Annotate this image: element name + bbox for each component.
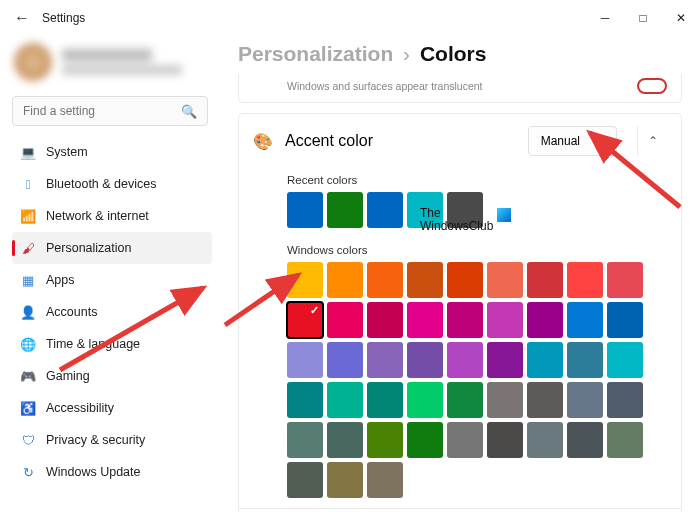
color-swatch[interactable] <box>487 342 523 378</box>
sidebar-item-label: Windows Update <box>46 465 141 479</box>
color-swatch[interactable] <box>527 302 563 338</box>
breadcrumb-parent[interactable]: Personalization <box>238 42 393 65</box>
color-swatch[interactable] <box>567 342 603 378</box>
sidebar-item-privacy[interactable]: 🛡Privacy & security <box>12 424 212 456</box>
color-swatch[interactable] <box>447 262 483 298</box>
color-swatch[interactable] <box>367 422 403 458</box>
window-title: Settings <box>42 11 85 25</box>
gaming-icon: 🎮 <box>20 368 36 384</box>
windows-colors-grid <box>239 262 679 508</box>
sidebar-item-time[interactable]: 🌐Time & language <box>12 328 212 360</box>
chevron-down-icon: ⌄ <box>596 136 604 147</box>
accent-mode-value: Manual <box>541 134 580 148</box>
sidebar-item-update[interactable]: ↻Windows Update <box>12 456 212 488</box>
sidebar-item-personalization[interactable]: 🖌Personalization <box>12 232 212 264</box>
color-swatch[interactable] <box>447 302 483 338</box>
globe-icon: 🌐 <box>20 336 36 352</box>
color-swatch[interactable] <box>487 302 523 338</box>
sidebar-item-accounts[interactable]: 👤Accounts <box>12 296 212 328</box>
color-swatch[interactable] <box>567 382 603 418</box>
chevron-up-icon: ⌃ <box>648 134 658 148</box>
color-swatch[interactable] <box>367 342 403 378</box>
color-swatch[interactable] <box>327 302 363 338</box>
transparency-card[interactable]: Windows and surfaces appear translucent <box>238 74 682 103</box>
color-swatch[interactable] <box>487 422 523 458</box>
minimize-button[interactable]: ─ <box>586 0 624 36</box>
sidebar-item-accessibility[interactable]: ♿Accessibility <box>12 392 212 424</box>
search-input[interactable] <box>23 104 163 118</box>
accent-mode-dropdown[interactable]: Manual ⌄ <box>528 126 617 156</box>
color-swatch[interactable] <box>447 342 483 378</box>
color-swatch[interactable] <box>287 262 323 298</box>
color-swatch[interactable] <box>607 342 643 378</box>
color-swatch[interactable] <box>607 262 643 298</box>
color-swatch[interactable] <box>367 192 403 228</box>
color-swatch[interactable] <box>527 382 563 418</box>
sidebar-item-network[interactable]: 📶Network & internet <box>12 200 212 232</box>
color-swatch[interactable] <box>287 192 323 228</box>
color-swatch[interactable] <box>367 262 403 298</box>
color-swatch[interactable] <box>487 382 523 418</box>
sidebar-item-label: Network & internet <box>46 209 149 223</box>
breadcrumb: Personalization › Colors <box>238 42 682 66</box>
color-swatch[interactable] <box>527 342 563 378</box>
sidebar-item-label: Gaming <box>46 369 90 383</box>
color-swatch[interactable] <box>447 422 483 458</box>
sidebar-item-label: Accessibility <box>46 401 114 415</box>
color-swatch[interactable] <box>327 192 363 228</box>
sidebar-item-label: Bluetooth & devices <box>46 177 157 191</box>
color-swatch[interactable] <box>287 342 323 378</box>
color-swatch[interactable] <box>407 302 443 338</box>
sidebar-item-label: Apps <box>46 273 75 287</box>
color-swatch[interactable] <box>567 262 603 298</box>
collapse-button[interactable]: ⌃ <box>637 126 667 156</box>
search-box[interactable]: 🔍 <box>12 96 208 126</box>
maximize-button[interactable]: □ <box>624 0 662 36</box>
color-swatch[interactable] <box>327 382 363 418</box>
color-swatch[interactable] <box>527 422 563 458</box>
sidebar-item-bluetooth[interactable]: Bluetooth & devices <box>12 168 212 200</box>
back-button[interactable]: ← <box>12 8 32 28</box>
sidebar-item-label: Time & language <box>46 337 140 351</box>
color-swatch[interactable] <box>327 262 363 298</box>
sidebar-item-gaming[interactable]: 🎮Gaming <box>12 360 212 392</box>
color-swatch[interactable] <box>527 262 563 298</box>
color-swatch[interactable] <box>327 422 363 458</box>
color-swatch[interactable] <box>367 462 403 498</box>
color-swatch[interactable] <box>567 302 603 338</box>
close-button[interactable]: ✕ <box>662 0 700 36</box>
color-swatch[interactable] <box>607 422 643 458</box>
color-swatch[interactable] <box>607 382 643 418</box>
sidebar-item-system[interactable]: 💻System <box>12 136 212 168</box>
accent-color-card: 🎨 Accent color Manual ⌄ ⌃ Recent colors … <box>238 113 682 512</box>
color-swatch[interactable] <box>447 382 483 418</box>
color-swatch[interactable] <box>487 262 523 298</box>
breadcrumb-current: Colors <box>420 42 487 65</box>
color-swatch[interactable] <box>407 342 443 378</box>
accent-color-label: Accent color <box>285 132 373 150</box>
apps-icon: ▦ <box>20 272 36 288</box>
brush-icon: 🖌 <box>20 240 36 256</box>
color-swatch[interactable] <box>607 302 643 338</box>
shield-icon: 🛡 <box>20 432 36 448</box>
sidebar-item-apps[interactable]: ▦Apps <box>12 264 212 296</box>
color-swatch[interactable] <box>327 462 363 498</box>
color-swatch[interactable] <box>367 302 403 338</box>
color-swatch[interactable] <box>407 262 443 298</box>
color-swatch[interactable] <box>287 302 323 338</box>
profile-block[interactable] <box>12 38 212 86</box>
color-swatch[interactable] <box>567 422 603 458</box>
sidebar-item-label: Accounts <box>46 305 97 319</box>
transparency-subtext: Windows and surfaces appear translucent <box>287 80 483 92</box>
transparency-toggle[interactable] <box>637 78 667 94</box>
color-swatch[interactable] <box>287 422 323 458</box>
color-swatch[interactable] <box>287 382 323 418</box>
color-swatch[interactable] <box>287 462 323 498</box>
chevron-right-icon: › <box>403 42 410 65</box>
color-swatch[interactable] <box>367 382 403 418</box>
color-swatch[interactable] <box>407 422 443 458</box>
bluetooth-icon:  <box>20 176 36 192</box>
wifi-icon: 📶 <box>20 208 36 224</box>
color-swatch[interactable] <box>327 342 363 378</box>
color-swatch[interactable] <box>407 382 443 418</box>
